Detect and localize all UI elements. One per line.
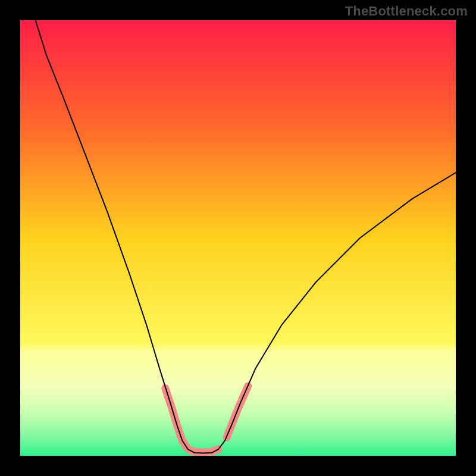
- plot-area: [20, 20, 456, 456]
- watermark-text: TheBottleneck.com: [345, 4, 468, 19]
- marker-band-left: [165, 389, 218, 453]
- curve-layer: [20, 20, 456, 456]
- chart-frame: TheBottleneck.com: [0, 0, 476, 476]
